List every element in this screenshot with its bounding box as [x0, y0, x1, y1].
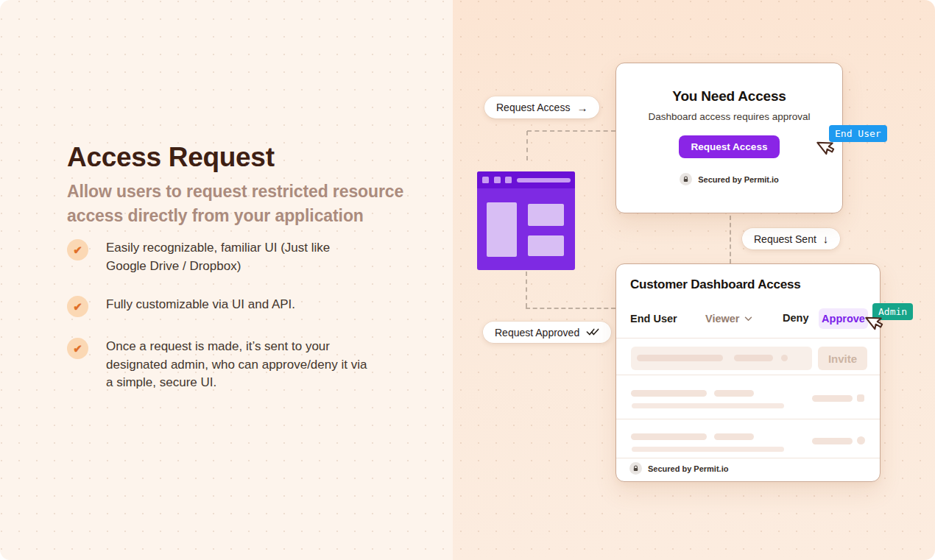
- arrow-right-icon: →: [576, 102, 588, 114]
- end-user-tag: End User: [829, 125, 887, 142]
- request-sent-step-pill[interactable]: Request Sent ↓: [742, 228, 840, 249]
- window-control-icon: [494, 177, 501, 183]
- double-check-icon: [586, 326, 599, 339]
- skeleton-dot: [857, 436, 865, 444]
- arrow-down-icon: ↓: [823, 233, 829, 245]
- request-sent-step-label: Request Sent: [754, 233, 816, 245]
- request-approved-step-label: Request Approved: [495, 327, 579, 339]
- app-window-illustration: [477, 171, 575, 270]
- dashboard-card-title: Customer Dashboard Access: [630, 277, 801, 292]
- connector-line: [527, 130, 615, 132]
- request-access-button[interactable]: Request Access: [679, 135, 780, 158]
- list-item-text: Easily recognizable, familiar UI (Just l…: [106, 239, 368, 275]
- approve-button[interactable]: Approve: [819, 308, 868, 329]
- list-item: ✔ Once a request is made, it’s sent to y…: [67, 338, 420, 392]
- permit-lock-icon: [629, 462, 642, 475]
- skeleton-bar: [714, 390, 754, 397]
- skeleton-bar: [632, 447, 784, 452]
- invite-email-input-placeholder[interactable]: [631, 347, 812, 370]
- list-item-text: Fully customizable via UI and API.: [106, 296, 368, 317]
- invite-button[interactable]: Invite: [818, 347, 867, 370]
- skeleton-bar: [637, 355, 723, 361]
- chevron-down-icon: [744, 316, 752, 322]
- request-access-step-pill[interactable]: Request Access →: [484, 96, 599, 118]
- check-icon: ✔: [67, 296, 88, 317]
- page-title: Access Request: [67, 142, 275, 173]
- divider: [616, 419, 880, 419]
- secured-by-label: Secured by Permit.io: [698, 175, 778, 184]
- window-control-icon: [505, 177, 512, 183]
- divider: [616, 338, 880, 339]
- list-item-text: Once a request is made, it’s sent to you…: [106, 338, 368, 392]
- skeleton-bar: [631, 390, 707, 397]
- deny-button[interactable]: Deny: [783, 312, 808, 324]
- divider: [616, 458, 880, 458]
- customer-dashboard-access-card: Customer Dashboard Access End User Viewe…: [615, 263, 881, 482]
- page: Access Request Allow users to request re…: [0, 0, 935, 560]
- divider: [616, 375, 880, 375]
- request-access-step-label: Request Access: [496, 102, 570, 113]
- connector-line: [526, 272, 527, 308]
- connector-line: [526, 131, 528, 160]
- app-window-titlebar: [477, 171, 575, 188]
- page-subtitle: Allow users to request restricted resour…: [67, 180, 404, 228]
- skeleton-bar: [812, 438, 853, 444]
- request-approved-step-pill[interactable]: Request Approved: [483, 322, 611, 343]
- skeleton-dot: [781, 355, 788, 361]
- list-item: ✔ Easily recognizable, familiar UI (Just…: [67, 239, 420, 275]
- secured-by-row: Secured by Permit.io: [629, 462, 728, 475]
- window-control-icon: [482, 177, 489, 183]
- skeleton-bar: [631, 433, 707, 440]
- content-placeholder-block: [528, 235, 564, 256]
- role-select[interactable]: Viewer: [705, 313, 752, 325]
- skeleton-bar: [812, 395, 853, 402]
- requester-name-label: End User: [630, 313, 677, 325]
- skeleton-square: [857, 394, 864, 402]
- skeleton-bar: [714, 433, 754, 440]
- secured-by-row: Secured by Permit.io: [616, 173, 842, 185]
- skeleton-bar: [734, 355, 773, 361]
- connector-line: [730, 216, 731, 263]
- feature-checklist: ✔ Easily recognizable, familiar UI (Just…: [67, 239, 420, 413]
- check-icon: ✔: [67, 239, 88, 260]
- content-placeholder-block: [487, 202, 517, 257]
- content-placeholder-block: [528, 204, 564, 226]
- access-card-title: You Need Access: [616, 88, 842, 104]
- secured-by-label: Secured by Permit.io: [648, 464, 728, 473]
- you-need-access-card: You Need Access Dashboard access require…: [615, 63, 843, 213]
- role-select-value: Viewer: [705, 313, 740, 325]
- connector-line: [526, 308, 615, 309]
- access-card-subtitle: Dashboard access requires approval: [616, 111, 842, 122]
- address-bar-placeholder: [517, 178, 571, 182]
- permit-lock-icon: [680, 173, 692, 185]
- skeleton-bar: [632, 403, 784, 408]
- check-icon: ✔: [67, 338, 88, 359]
- list-item: ✔ Fully customizable via UI and API.: [67, 296, 420, 317]
